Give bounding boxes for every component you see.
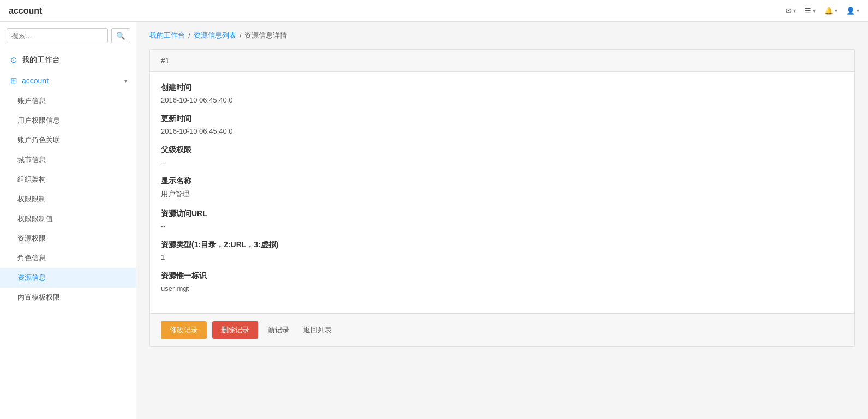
- field-resource-type: 资源类型(1:目录，2:URL，3:虚拟) 1: [161, 240, 843, 261]
- workspace-icon: ⊙: [10, 55, 17, 65]
- account-info-label: 账户信息: [17, 97, 46, 105]
- new-record-button[interactable]: 新记录: [264, 321, 294, 339]
- sidebar: 🔍 ⊙ 我的工作台 ⊞ account ▾ 账户信息 用户权限信息 账户角色关联: [0, 22, 136, 419]
- card-header-id: #1: [161, 56, 170, 65]
- sidebar-item-user-permission[interactable]: 用户权限信息: [0, 111, 136, 130]
- field-resource-url: 资源访问URL --: [161, 209, 843, 230]
- sidebar-item-workspace[interactable]: ⊙ 我的工作台: [0, 50, 136, 70]
- sidebar-menu: ⊙ 我的工作台 ⊞ account ▾ 账户信息 用户权限信息 账户角色关联 城…: [0, 50, 136, 307]
- account-caret-icon: ▾: [124, 78, 127, 84]
- sidebar-account-label: account: [22, 76, 124, 85]
- sidebar-item-permission-threshold[interactable]: 权限限制值: [0, 209, 136, 229]
- delete-button[interactable]: 删除记录: [212, 321, 258, 339]
- top-nav: account ✉ ▾ ☰ ▾ 🔔 ▾ 👤 ▾: [0, 0, 868, 22]
- card-footer: 修改记录 删除记录 新记录 返回列表: [150, 313, 854, 346]
- user-icon: 👤: [846, 7, 855, 15]
- field-create-time-value: 2016-10-10 06:45:40.0: [161, 96, 843, 104]
- city-info-label: 城市信息: [17, 155, 46, 164]
- field-resource-type-value: 1: [161, 253, 843, 261]
- sidebar-item-org-structure[interactable]: 组织架构: [0, 170, 136, 189]
- user-nav-btn[interactable]: 👤 ▾: [846, 7, 859, 15]
- field-resource-url-value: --: [161, 222, 843, 230]
- sidebar-item-city-info[interactable]: 城市信息: [0, 150, 136, 170]
- breadcrumb: 我的工作台 / 资源信息列表 / 资源信息详情: [149, 31, 855, 40]
- resource-info-label: 资源信息: [17, 273, 46, 282]
- template-permission-label: 内置模板权限: [17, 293, 60, 301]
- search-button[interactable]: 🔍: [111, 28, 130, 43]
- field-parent-permission-label: 父级权限: [161, 145, 843, 155]
- bell-caret: ▾: [835, 8, 837, 14]
- breadcrumb-resource-list[interactable]: 资源信息列表: [194, 31, 236, 40]
- field-display-name-value: 用户管理: [161, 189, 843, 199]
- field-resource-type-label: 资源类型(1:目录，2:URL，3:虚拟): [161, 240, 843, 250]
- card-header: #1: [150, 50, 854, 72]
- field-resource-identifier-value: user-mgt: [161, 284, 843, 292]
- email-caret: ▾: [793, 8, 796, 14]
- edit-button[interactable]: 修改记录: [161, 321, 207, 339]
- sidebar-item-account-info[interactable]: 账户信息: [0, 91, 136, 111]
- field-create-time: 创建时间 2016-10-10 06:45:40.0: [161, 83, 843, 104]
- field-display-name: 显示名称 用户管理: [161, 176, 843, 199]
- email-nav-btn[interactable]: ✉ ▾: [786, 7, 796, 15]
- sidebar-item-account-role[interactable]: 账户角色关联: [0, 130, 136, 150]
- layout: 🔍 ⊙ 我的工作台 ⊞ account ▾ 账户信息 用户权限信息 账户角色关联: [0, 22, 868, 419]
- permission-threshold-label: 权限限制值: [17, 214, 53, 223]
- field-resource-identifier-label: 资源惟一标识: [161, 271, 843, 281]
- user-caret: ▾: [857, 8, 859, 14]
- breadcrumb-sep-1: /: [188, 32, 190, 40]
- breadcrumb-current: 资源信息详情: [244, 31, 287, 40]
- detail-card: #1 创建时间 2016-10-10 06:45:40.0 更新时间 2016-…: [149, 49, 855, 347]
- list-nav-btn[interactable]: ☰ ▾: [805, 7, 816, 15]
- list-icon: ☰: [805, 7, 811, 15]
- role-info-label: 角色信息: [17, 254, 46, 262]
- breadcrumb-workspace[interactable]: 我的工作台: [149, 31, 185, 40]
- sidebar-workspace-label: 我的工作台: [22, 55, 127, 65]
- org-structure-label: 组织架构: [17, 175, 46, 183]
- breadcrumb-sep-2: /: [240, 32, 242, 40]
- sidebar-item-resource-permission[interactable]: 资源权限: [0, 229, 136, 248]
- back-to-list-button[interactable]: 返回列表: [299, 321, 336, 339]
- card-body: 创建时间 2016-10-10 06:45:40.0 更新时间 2016-10-…: [150, 72, 854, 313]
- search-icon: 🔍: [116, 32, 125, 40]
- sidebar-item-permission[interactable]: 权限限制: [0, 189, 136, 209]
- sidebar-item-role-info[interactable]: 角色信息: [0, 248, 136, 268]
- field-update-time-label: 更新时间: [161, 114, 843, 124]
- sidebar-item-account-header[interactable]: ⊞ account ▾: [0, 70, 136, 91]
- search-bar: 🔍: [0, 22, 136, 50]
- field-parent-permission: 父级权限 --: [161, 145, 843, 166]
- list-caret: ▾: [813, 8, 816, 14]
- field-resource-url-label: 资源访问URL: [161, 209, 843, 219]
- account-role-label: 账户角色关联: [17, 136, 60, 144]
- search-input[interactable]: [7, 28, 108, 43]
- email-icon: ✉: [786, 7, 792, 15]
- sidebar-item-resource-info[interactable]: 资源信息: [0, 268, 136, 288]
- field-parent-permission-value: --: [161, 158, 843, 166]
- permission-label: 权限限制: [17, 195, 46, 203]
- field-update-time: 更新时间 2016-10-10 06:45:40.0: [161, 114, 843, 135]
- bell-nav-btn[interactable]: 🔔 ▾: [824, 7, 837, 15]
- top-nav-icons: ✉ ▾ ☰ ▾ 🔔 ▾ 👤 ▾: [786, 7, 859, 15]
- main-content: 我的工作台 / 资源信息列表 / 资源信息详情 #1 创建时间 2016-10-…: [136, 22, 868, 419]
- field-resource-identifier: 资源惟一标识 user-mgt: [161, 271, 843, 292]
- resource-permission-label: 资源权限: [17, 234, 46, 242]
- account-grid-icon: ⊞: [10, 76, 17, 86]
- sidebar-item-template-permission[interactable]: 内置模板权限: [0, 288, 136, 307]
- field-update-time-value: 2016-10-10 06:45:40.0: [161, 127, 843, 135]
- user-permission-label: 用户权限信息: [17, 116, 60, 124]
- field-display-name-label: 显示名称: [161, 176, 843, 186]
- bell-icon: 🔔: [824, 7, 833, 15]
- brand-label: account: [9, 6, 42, 16]
- field-create-time-label: 创建时间: [161, 83, 843, 93]
